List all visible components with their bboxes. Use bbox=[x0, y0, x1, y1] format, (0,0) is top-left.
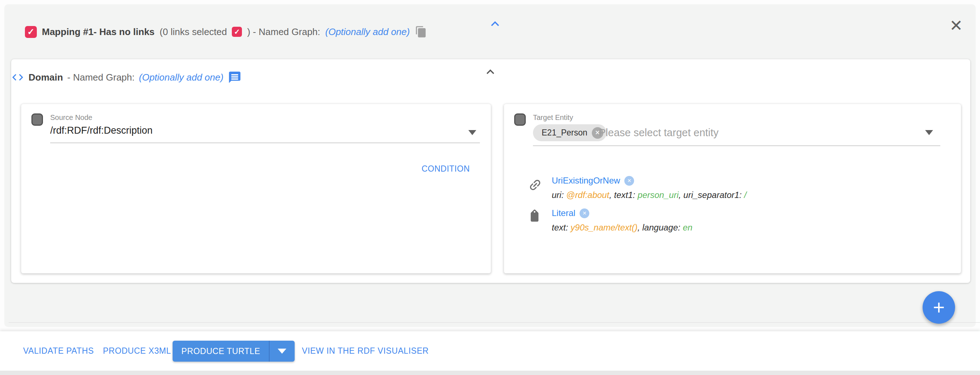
param-value: person_uri bbox=[638, 190, 678, 200]
dropdown-arrow-icon[interactable] bbox=[468, 130, 476, 135]
produce-turtle-button[interactable]: PRODUCE TURTLE bbox=[173, 341, 295, 362]
add-mapping-fab[interactable]: + bbox=[923, 291, 955, 324]
page-bottom-strip bbox=[0, 371, 980, 375]
generator-content: UriExistingOrNew ✕ uri: @rdf:about, text… bbox=[552, 175, 746, 200]
dropdown-arrow-icon[interactable] bbox=[925, 130, 933, 135]
mapping-header: ✓ Mapping #1- Has no links (0 links sele… bbox=[25, 25, 427, 39]
param-key: text: bbox=[552, 223, 571, 232]
produce-x3ml-button[interactable]: PRODUCE X3ML bbox=[103, 331, 171, 371]
target-entity-input[interactable] bbox=[599, 124, 916, 142]
caret-down-icon bbox=[278, 349, 286, 354]
target-entity-label: Target Entity bbox=[533, 113, 573, 122]
source-node-label: Source Node bbox=[50, 113, 92, 122]
generator-params: uri: @rdf:about, text1: person_uri, uri_… bbox=[552, 190, 746, 200]
condition-button[interactable]: CONDITION bbox=[422, 164, 470, 174]
chip-label: E21_Person bbox=[542, 128, 587, 138]
generator-name-link[interactable]: UriExistingOrNew bbox=[552, 176, 620, 186]
param-key: , uri_separator1: bbox=[678, 190, 744, 200]
generator-row: Literal ✕ text: y90s_name/text(), langua… bbox=[528, 207, 746, 233]
panel-divider bbox=[9, 322, 980, 322]
generator-row: UriExistingOrNew ✕ uri: @rdf:about, text… bbox=[528, 175, 746, 200]
param-value: y90s_name/text() bbox=[571, 223, 637, 232]
close-icon[interactable]: ✕ bbox=[948, 17, 965, 34]
link-icon bbox=[528, 175, 552, 192]
domain-named-graph-label: - Named Graph: bbox=[67, 72, 134, 83]
generator-list: UriExistingOrNew ✕ uri: @rdf:about, text… bbox=[528, 175, 746, 240]
target-entity-card: Target Entity E21_Person ✕ UriExistingOr… bbox=[504, 104, 961, 273]
generator-remove-icon[interactable]: ✕ bbox=[579, 209, 589, 218]
mapping-checkbox[interactable]: ✓ bbox=[25, 26, 37, 38]
domain-title: Domain bbox=[29, 72, 63, 83]
produce-turtle-label: PRODUCE TURTLE bbox=[173, 346, 269, 356]
param-value: en bbox=[683, 223, 692, 232]
domain-chevron-up-icon[interactable] bbox=[483, 64, 498, 80]
param-key: , language: bbox=[637, 223, 682, 232]
links-checkbox[interactable]: ✓ bbox=[232, 27, 242, 37]
links-selected-text: (0 links selected bbox=[160, 26, 227, 38]
generator-content: Literal ✕ text: y90s_name/text(), langua… bbox=[552, 207, 692, 233]
produce-turtle-dropdown[interactable] bbox=[269, 349, 295, 354]
param-value: / bbox=[744, 190, 747, 200]
generator-name-link[interactable]: Literal bbox=[552, 208, 575, 218]
mapping-screen: ✓ Mapping #1- Has no links (0 links sele… bbox=[0, 0, 980, 375]
chevron-up-icon[interactable] bbox=[487, 16, 503, 32]
footer-toolbar: VALIDATE PATHS PRODUCE X3ML PRODUCE TURT… bbox=[0, 331, 980, 371]
drag-handle-icon[interactable] bbox=[32, 113, 43, 126]
domain-named-graph-add-link[interactable]: (Optionally add one) bbox=[139, 72, 224, 83]
drag-handle-icon[interactable] bbox=[514, 113, 526, 126]
copy-icon[interactable] bbox=[415, 26, 427, 38]
generator-remove-icon[interactable]: ✕ bbox=[624, 176, 634, 186]
source-node-card: Source Node /rdf:RDF/rdf:Description CON… bbox=[21, 104, 491, 273]
source-node-select[interactable]: /rdf:RDF/rdf:Description bbox=[50, 125, 153, 136]
check-icon: ✓ bbox=[234, 27, 240, 36]
generator-params: text: y90s_name/text(), language: en bbox=[552, 223, 692, 233]
named-graph-label: ) - Named Graph: bbox=[247, 26, 320, 38]
plus-icon: + bbox=[933, 297, 945, 318]
param-value: @rdf:about bbox=[566, 190, 609, 200]
mapping-title: Mapping #1- Has no links bbox=[42, 26, 154, 38]
domain-header: Domain - Named Graph: (Optionally add on… bbox=[11, 69, 242, 85]
source-underline bbox=[50, 143, 480, 143]
view-rdf-visualiser-button[interactable]: VIEW IN THE RDF VISUALISER bbox=[302, 331, 429, 371]
param-key: uri: bbox=[552, 190, 566, 200]
target-underline bbox=[533, 145, 940, 146]
code-icon bbox=[11, 71, 24, 84]
param-key: , text1: bbox=[609, 190, 638, 200]
tag-icon bbox=[528, 207, 552, 223]
check-icon: ✓ bbox=[27, 27, 34, 37]
target-entity-chip: E21_Person ✕ bbox=[533, 124, 607, 141]
comment-icon[interactable] bbox=[228, 70, 242, 84]
named-graph-add-link[interactable]: (Optionally add one) bbox=[325, 26, 410, 38]
validate-paths-button[interactable]: VALIDATE PATHS bbox=[23, 331, 94, 371]
